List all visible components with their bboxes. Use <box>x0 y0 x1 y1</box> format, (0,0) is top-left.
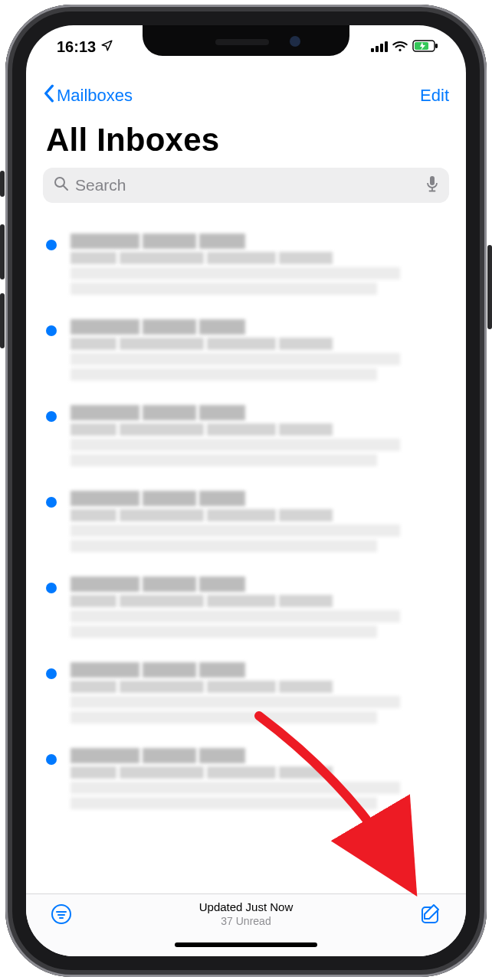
wifi-icon <box>392 38 408 56</box>
svg-line-8 <box>64 186 67 190</box>
mail-row[interactable] <box>26 309 466 394</box>
svg-rect-1 <box>376 46 379 52</box>
dictation-icon[interactable] <box>426 175 438 195</box>
search-icon <box>54 176 69 194</box>
mail-row[interactable] <box>26 652 466 737</box>
edit-button[interactable]: Edit <box>420 86 449 106</box>
svg-rect-3 <box>385 41 388 52</box>
svg-rect-5 <box>435 44 438 48</box>
screen: 16:13 <box>26 25 466 956</box>
unread-dot <box>46 497 57 508</box>
search-placeholder: Search <box>75 176 420 194</box>
home-indicator[interactable] <box>175 942 317 947</box>
mail-row[interactable] <box>26 480 466 566</box>
mute-switch[interactable] <box>0 171 5 197</box>
device-frame: 16:13 <box>5 5 487 977</box>
battery-icon <box>412 38 438 56</box>
unread-dot <box>46 411 57 422</box>
mail-row[interactable] <box>26 223 466 309</box>
unread-dot <box>46 668 57 679</box>
sync-status: Updated Just Now <box>26 900 466 915</box>
unread-count: 37 Unread <box>26 915 466 929</box>
compose-button[interactable] <box>418 902 443 926</box>
bottom-toolbar: Updated Just Now 37 Unread <box>26 893 466 956</box>
cellular-icon <box>371 38 388 56</box>
unread-dot <box>46 754 57 765</box>
svg-rect-9 <box>430 176 435 185</box>
back-button[interactable]: Mailboxes <box>43 84 133 107</box>
back-label: Mailboxes <box>57 86 133 106</box>
notch <box>143 25 349 56</box>
mail-row[interactable] <box>26 566 466 652</box>
unread-dot <box>46 583 57 593</box>
volume-down-button[interactable] <box>0 293 5 348</box>
clock: 16:13 <box>57 38 96 56</box>
search-field[interactable]: Search <box>43 168 449 203</box>
svg-point-7 <box>55 178 64 187</box>
chevron-left-icon <box>43 84 55 107</box>
volume-up-button[interactable] <box>0 224 5 279</box>
unread-dot <box>46 240 57 250</box>
page-title: All Inboxes <box>46 122 219 158</box>
mail-row[interactable] <box>26 394 466 480</box>
toolbar-status: Updated Just Now 37 Unread <box>26 900 466 928</box>
mail-row[interactable] <box>26 737 466 823</box>
side-button[interactable] <box>487 245 492 329</box>
filter-button[interactable] <box>49 902 74 926</box>
nav-bar: Mailboxes Edit <box>26 79 466 113</box>
svg-rect-0 <box>371 48 374 52</box>
mail-list[interactable] <box>26 223 466 893</box>
unread-dot <box>46 325 57 336</box>
svg-rect-2 <box>380 44 383 52</box>
location-icon <box>100 38 113 56</box>
